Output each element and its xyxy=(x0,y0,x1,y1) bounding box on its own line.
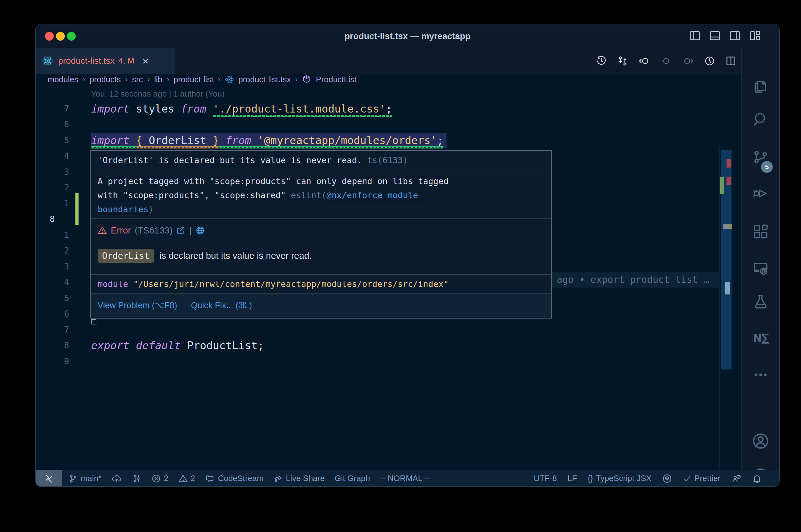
code-line[interactable]: 7import styles from './product-list.modu… xyxy=(36,101,741,117)
more-views-icon[interactable] xyxy=(752,367,769,383)
tooltip-actions: View Problem (⌥F8) Quick Fix... (⌘.) xyxy=(91,294,551,317)
overview-added-mark xyxy=(720,177,724,194)
eslint-error-text: A project tagged with "scope:products" c… xyxy=(91,170,551,218)
search-icon[interactable] xyxy=(752,111,769,128)
warning-triangle-icon xyxy=(98,226,107,235)
overview-info-mark xyxy=(723,224,728,229)
tab-problem-badge: 4, M xyxy=(119,56,134,65)
react-icon xyxy=(42,55,53,66)
breadcrumb-product-list[interactable]: product-list xyxy=(174,75,213,84)
language-mode-status[interactable]: {}TypeScript JSX xyxy=(588,474,652,483)
eol-status[interactable]: LF xyxy=(568,474,577,483)
eslint-rule-link[interactable]: @nx/enforce-module- xyxy=(327,190,423,200)
nx-console-icon[interactable]: N∑ xyxy=(753,331,768,344)
line-number[interactable]: 7 xyxy=(36,101,69,117)
open-external-icon[interactable] xyxy=(176,226,185,235)
line-number[interactable]: 4 xyxy=(36,274,69,290)
activity-bar: 5 N∑ 1 xyxy=(741,48,780,470)
view-problem-action[interactable]: View Problem (⌥F8) xyxy=(98,300,177,310)
line-number[interactable]: 9 xyxy=(36,354,69,369)
code-text: You, 12 seconds ago | 1 author (You) xyxy=(91,85,225,101)
breadcrumb-src[interactable]: src xyxy=(132,75,143,84)
split-editor-icon[interactable] xyxy=(726,56,736,66)
compare-changes-icon[interactable] xyxy=(617,56,628,66)
notifications-bell-icon[interactable] xyxy=(752,474,762,483)
encoding-status[interactable]: UTF-8 xyxy=(534,474,557,483)
code-line[interactable]: 8export default ProductList; xyxy=(36,338,741,353)
problems-errors[interactable]: 2 xyxy=(151,474,168,483)
line-number[interactable]: 6 xyxy=(36,117,69,132)
overview-error-mark xyxy=(727,177,731,185)
symbol-cube-icon xyxy=(302,75,311,84)
toggle-right-sidebar-icon[interactable] xyxy=(729,31,741,41)
line-number[interactable]: 6 xyxy=(36,306,69,322)
error-detail-section: Error(TS6133) | OrderList is declared bu… xyxy=(91,218,551,275)
breadcrumb-file[interactable]: product-list.tsx xyxy=(238,75,291,84)
git-graph-status[interactable]: Git Graph xyxy=(335,474,370,483)
navigate-back-icon[interactable] xyxy=(639,56,650,66)
code-line[interactable]: You, 12 seconds ago | 1 author (You) xyxy=(36,85,741,101)
github-icon[interactable] xyxy=(662,474,672,483)
publish-cloud-icon[interactable] xyxy=(111,474,122,483)
tab-label: product-list.tsx xyxy=(58,56,115,66)
eslint-rule-link[interactable]: boundaries xyxy=(98,205,149,214)
previous-change-icon[interactable] xyxy=(660,56,672,66)
testing-flask-icon[interactable] xyxy=(752,293,769,310)
globe-icon[interactable] xyxy=(196,226,205,235)
timeline-history-icon[interactable] xyxy=(596,56,607,66)
run-timeline-icon[interactable] xyxy=(704,56,715,66)
vim-mode-status[interactable]: -- NORMAL -- xyxy=(380,474,430,483)
breadcrumb-lib[interactable]: lib xyxy=(154,75,162,84)
quick-fix-action[interactable]: Quick Fix... (⌘.) xyxy=(191,300,252,310)
line-number[interactable]: 8 xyxy=(36,338,69,353)
overview-cursor-mark xyxy=(725,282,730,294)
line-number[interactable]: 5 xyxy=(36,290,69,306)
line-number[interactable]: 3 xyxy=(36,259,69,274)
code-line[interactable]: 6 xyxy=(36,117,741,132)
symbol-chip: OrderList xyxy=(98,249,154,263)
tooltip-resize-grip[interactable] xyxy=(91,319,96,324)
line-number[interactable]: 4 xyxy=(36,148,69,164)
code-line[interactable]: 9 xyxy=(36,354,741,369)
problems-warnings[interactable]: 2 xyxy=(178,474,195,483)
code-text: export default ProductList; xyxy=(91,338,264,353)
accounts-icon[interactable] xyxy=(752,432,769,450)
close-tab-icon[interactable]: × xyxy=(142,56,149,66)
line-number[interactable]: 1 xyxy=(36,227,69,243)
code-line[interactable]: 5import { OrderList } from '@myreactapp/… xyxy=(36,133,741,148)
next-change-icon[interactable] xyxy=(682,56,694,66)
commits-compare-icon[interactable] xyxy=(132,474,142,483)
line-number[interactable]: 7 xyxy=(36,322,69,338)
git-branch-status[interactable]: main* xyxy=(69,474,102,483)
feedback-icon[interactable] xyxy=(731,474,741,483)
toggle-left-sidebar-icon[interactable] xyxy=(689,31,700,41)
scm-badge: 5 xyxy=(761,161,773,173)
line-number[interactable]: 5 xyxy=(36,133,69,148)
breadcrumb-symbol[interactable]: ProductList xyxy=(316,75,357,84)
breadcrumb-products[interactable]: products xyxy=(90,75,121,84)
error-label: Error xyxy=(111,225,131,236)
window-title: product-list.tsx — myreactapp xyxy=(36,24,779,48)
breadcrumb-modules[interactable]: modules xyxy=(48,75,78,84)
remote-explorer-icon[interactable] xyxy=(752,260,769,276)
line-number[interactable]: 2 xyxy=(36,180,69,195)
line-number[interactable]: 1 xyxy=(36,196,69,211)
code-line[interactable]: 7 xyxy=(36,322,741,338)
extensions-icon[interactable] xyxy=(752,224,769,240)
remote-indicator[interactable] xyxy=(36,470,62,487)
line-number[interactable]: 3 xyxy=(36,164,69,180)
run-debug-icon[interactable] xyxy=(752,185,769,202)
title-bar: product-list.tsx — myreactapp xyxy=(36,24,779,48)
codestream-status[interactable]: CodeStream xyxy=(205,474,263,483)
explorer-icon[interactable] xyxy=(752,78,769,94)
toggle-bottom-panel-icon[interactable] xyxy=(709,31,721,41)
customize-layout-icon[interactable] xyxy=(749,31,761,41)
tab-bar: product-list.tsx 4, M × xyxy=(36,48,779,74)
editor-vertical-scrollbar[interactable] xyxy=(719,146,742,487)
prettier-status[interactable]: Prettier xyxy=(683,474,721,483)
live-share-status[interactable]: Live Share xyxy=(273,474,325,483)
line-number[interactable]: 2 xyxy=(36,243,69,259)
tab-product-list[interactable]: product-list.tsx 4, M × xyxy=(36,48,175,74)
overview-error-mark xyxy=(727,159,731,168)
line-number[interactable]: 8 xyxy=(50,211,69,227)
